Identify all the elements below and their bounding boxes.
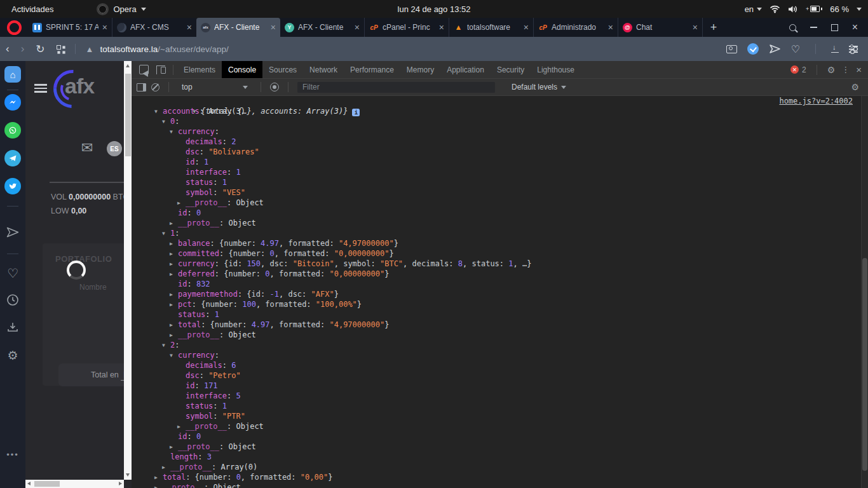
messenger-icon[interactable] [4, 94, 21, 111]
page-horizontal-scrollbar[interactable] [25, 480, 124, 488]
console-tree-row[interactable]: ▶currency: {id: 150, dsc: "Bitcoin", sym… [132, 259, 868, 269]
disclosure-collapsed-icon[interactable]: ▶ [154, 483, 163, 488]
devtools-tab-performance[interactable]: Performance [344, 61, 400, 78]
sidebar-more-icon[interactable]: ••• [6, 450, 19, 459]
tab-close-icon[interactable]: × [187, 23, 192, 32]
twitter-icon[interactable] [4, 178, 21, 194]
disclosure-collapsed-icon[interactable]: ▶ [162, 463, 170, 473]
devtools-tab-elements[interactable]: Elements [177, 61, 222, 78]
language-badge[interactable]: ES [107, 141, 122, 156]
info-icon[interactable]: i [352, 109, 360, 116]
tab-close-icon[interactable]: × [524, 23, 529, 32]
device-toolbar-icon[interactable] [156, 65, 165, 74]
clear-console-icon[interactable] [151, 83, 159, 92]
scrollbar-thumb[interactable] [125, 74, 131, 156]
wifi-icon[interactable] [770, 5, 780, 13]
search-icon[interactable] [789, 24, 796, 31]
browser-tab[interactable]: @Chat× [618, 18, 702, 37]
devtools-settings-gear-icon[interactable]: ⚙ [827, 65, 836, 75]
disclosure-collapsed-icon[interactable]: ▶ [154, 473, 163, 483]
execution-context-select[interactable]: top [178, 83, 252, 92]
console-tree-row[interactable]: ▶__proto__: Object [132, 198, 868, 208]
browser-tab[interactable]: SPRINT 5: 17 A× [28, 18, 112, 37]
console-tree-row[interactable]: ▼currency: [132, 350, 868, 360]
console-tree-row[interactable]: ▶balance: {number: 4.97, formatted: "4,9… [132, 238, 868, 248]
devtools-tab-console[interactable]: Console [222, 61, 262, 78]
scroll-up-icon[interactable] [126, 64, 130, 67]
disclosure-collapsed-icon[interactable]: ▶ [170, 219, 178, 229]
tab-close-icon[interactable]: × [693, 23, 698, 32]
disclosure-collapsed-icon[interactable]: ▶ [170, 330, 178, 341]
console-sidebar-toggle-icon[interactable] [137, 83, 146, 92]
back-icon[interactable]: ‹ [0, 43, 15, 55]
console-tree-row[interactable]: ▶total: {number: 4.97, formatted: "4,970… [132, 320, 868, 330]
settings-gear-icon[interactable]: ⚙ [7, 348, 18, 362]
window-close-icon[interactable]: × [852, 22, 858, 32]
disclosure-collapsed-icon[interactable]: ▶ [170, 249, 178, 259]
scroll-left-icon[interactable] [27, 482, 31, 485]
disclosure-collapsed-icon[interactable]: ▶ [177, 422, 186, 432]
devtools-tab-network[interactable]: Network [303, 61, 344, 78]
my-flow-icon[interactable] [6, 226, 20, 238]
devtools-tab-sources[interactable]: Sources [262, 61, 303, 78]
volume-icon[interactable] [788, 5, 798, 13]
page-vertical-scrollbar[interactable] [124, 61, 132, 480]
devtools-tab-application[interactable]: Application [440, 61, 491, 78]
my-flow-send-icon[interactable] [769, 44, 781, 54]
easy-setup-icon[interactable] [849, 45, 858, 53]
disclosure-expanded-icon[interactable]: ▼ [162, 341, 170, 351]
bookmark-heart-icon[interactable]: ♡ [791, 43, 800, 55]
devtools-kebab-menu-icon[interactable]: ⋮ [841, 65, 850, 74]
console-tree-row[interactable]: ▶__proto__: Object [132, 442, 868, 452]
tab-close-icon[interactable]: × [355, 23, 360, 32]
console-tree-row[interactable]: ▶__proto__: Object [132, 330, 868, 340]
console-settings-gear-icon[interactable]: ⚙ [851, 82, 859, 92]
console-tree-row[interactable]: ▶committed: {number: 0, formatted: "0,00… [132, 248, 868, 259]
new-tab-button[interactable]: + [702, 18, 724, 37]
console-tree-row[interactable]: ▼0: [132, 116, 868, 126]
console-tree-row[interactable]: ▶__proto__: Object [132, 218, 868, 228]
devtools-tab-lighthouse[interactable]: Lighthouse [531, 61, 581, 78]
address-url[interactable]: totalsoftware.la/~afxuser/dev/app/ [100, 44, 228, 54]
disclosure-expanded-icon[interactable]: ▼ [193, 107, 201, 117]
scroll-right-icon[interactable] [119, 482, 122, 485]
console-tree-row[interactable]: ▶deferred: {number: 0, formatted: "0,000… [132, 269, 868, 279]
live-expression-eye-icon[interactable] [270, 83, 279, 92]
browser-tab[interactable]: ▲totalsoftware× [449, 18, 533, 37]
tab-close-icon[interactable]: × [439, 23, 444, 32]
devtools-close-icon[interactable]: × [856, 64, 862, 75]
keyboard-layout-indicator[interactable]: en [745, 4, 762, 14]
devtools-tab-memory[interactable]: Memory [400, 61, 440, 78]
console-tree-row[interactable]: ▼2: [132, 340, 868, 350]
opera-menu-button[interactable] [0, 18, 28, 37]
error-badge[interactable]: ✕ 2 [790, 65, 806, 74]
speed-dial-icon[interactable] [57, 45, 64, 53]
browser-tab[interactable]: afxAFX - Cliente× [196, 18, 280, 37]
console-tree-row[interactable]: ▼1: [132, 228, 868, 238]
site-warning-icon[interactable]: ▲ [86, 44, 94, 54]
disclosure-expanded-icon[interactable]: ▼ [162, 229, 170, 239]
speed-dial-home-icon[interactable]: ⌂ [4, 66, 21, 83]
disclosure-expanded-icon[interactable]: ▼ [170, 351, 178, 361]
console-tree-row[interactable]: ▶paymentmethod: {id: -1, dsc: "AFX"} [132, 289, 868, 299]
console-tree-row[interactable]: ▼currency: [132, 126, 868, 137]
devtools-tab-security[interactable]: Security [491, 61, 531, 78]
console-tree-row[interactable]: ▶pct: {number: 100, formatted: "100,00%"… [132, 299, 868, 309]
minimize-icon[interactable] [810, 27, 817, 28]
hamburger-menu-icon[interactable] [34, 84, 47, 93]
chevron-down-icon[interactable] [857, 8, 862, 11]
downloads-sidebar-icon[interactable] [6, 322, 19, 333]
browser-tab[interactable]: cPcPanel - Princ× [364, 18, 449, 37]
disclosure-collapsed-icon[interactable]: ▶ [170, 259, 178, 269]
whatsapp-icon[interactable] [4, 122, 21, 139]
console-log-message[interactable]: ▼{total: {…}, accounts: Array(3)}i home.… [132, 96, 868, 106]
mail-icon[interactable]: ✉ [81, 140, 93, 156]
browser-tab[interactable]: cPAdministrado× [533, 18, 618, 37]
tab-close-icon[interactable]: × [271, 23, 276, 32]
telegram-icon[interactable] [4, 150, 21, 166]
battery-indicator[interactable]: + [806, 6, 822, 12]
maximize-icon[interactable] [831, 24, 838, 31]
downloads-icon[interactable] [831, 45, 839, 53]
clock[interactable]: lun 24 de ago 13:52 [398, 4, 471, 14]
console-tree-row[interactable]: ▶__proto__: Object [132, 482, 868, 488]
